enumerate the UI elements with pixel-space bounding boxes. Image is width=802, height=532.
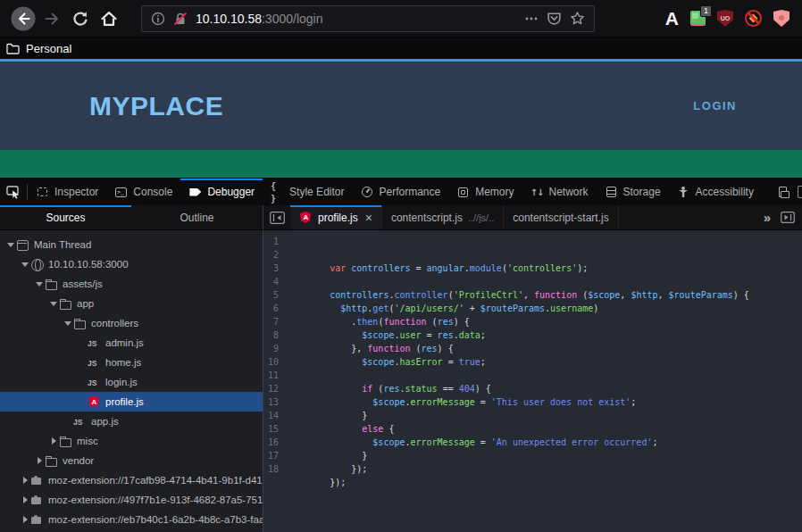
code-line: 10 if (res.status == 404) { xyxy=(263,355,802,369)
page-actions-icon[interactable] xyxy=(524,12,539,26)
clipped-toolbar-icon[interactable] xyxy=(798,186,802,198)
editor-tab[interactable]: contentscript.js ..//js/.. xyxy=(382,205,504,229)
line-number[interactable]: 17 xyxy=(263,449,287,462)
back-button[interactable] xyxy=(9,4,38,33)
code-token: 404 xyxy=(459,384,475,394)
line-number[interactable]: 8 xyxy=(263,328,287,342)
url-text[interactable]: 10.10.10.58:3000/login xyxy=(196,12,516,26)
container-tab-row[interactable]: Personal xyxy=(0,37,802,59)
debugger-main: Main Thread 10.10.10.58:3000 assets/js a… xyxy=(0,230,802,532)
code-token: 'This user does not exist' xyxy=(491,397,631,407)
code-token: ) { xyxy=(475,384,491,394)
forward-button[interactable] xyxy=(38,4,66,33)
line-number[interactable]: 5 xyxy=(263,288,287,302)
puzzle-icon xyxy=(30,513,44,527)
forward-icon xyxy=(42,9,62,29)
code-line: 3 controllers.controller('ProfileCtrl', … xyxy=(263,262,802,275)
twisty-icon[interactable] xyxy=(20,496,30,503)
devtools-tab[interactable]: Style Editor xyxy=(263,179,352,205)
pocket-icon[interactable] xyxy=(547,11,562,26)
line-number[interactable]: 10 xyxy=(263,355,287,369)
devtools-tab[interactable]: Accessibility xyxy=(669,179,762,205)
reload-button[interactable] xyxy=(66,4,95,33)
tree-row[interactable]: profile.js xyxy=(0,392,263,411)
twisty-icon[interactable] xyxy=(20,477,30,484)
twisty-icon[interactable] xyxy=(34,282,45,287)
expand-panes-icon[interactable] xyxy=(781,212,795,223)
tree-row[interactable]: login.js xyxy=(0,372,263,392)
devtools-tab[interactable]: Console xyxy=(106,179,180,205)
url-bar[interactable]: 10.10.10.58:3000/login xyxy=(141,5,595,32)
code-token: $scope xyxy=(372,437,405,447)
line-number[interactable]: 9 xyxy=(263,342,287,355)
twisty-icon[interactable] xyxy=(48,302,59,306)
bookmark-star-icon[interactable] xyxy=(570,11,585,26)
code-token: $http xyxy=(631,290,657,300)
devtools-tab-label: Storage xyxy=(623,186,661,198)
twisty-icon[interactable] xyxy=(5,243,16,247)
line-number[interactable]: 13 xyxy=(263,395,287,409)
tree-row[interactable]: moz-extension://eb7b40c1-6a2b-4b8c-a7b3-… xyxy=(0,510,263,529)
tree-row[interactable]: assets/js xyxy=(0,274,263,294)
tree-row[interactable]: misc xyxy=(0,431,263,451)
code-token: , xyxy=(620,290,631,300)
extension-green-icon[interactable]: 1 xyxy=(690,11,706,26)
collapse-sources-button[interactable] xyxy=(263,205,290,229)
tree-row[interactable]: app.js xyxy=(0,411,263,431)
twisty-icon[interactable] xyxy=(20,262,30,267)
site-brand[interactable]: MYPLACE xyxy=(89,91,223,121)
tree-row[interactable]: app xyxy=(0,294,263,313)
line-number[interactable]: 1 xyxy=(263,235,287,248)
no-edit-extension-icon[interactable] xyxy=(745,10,762,27)
tree-row[interactable]: moz-extension://497f7b1e-913f-4682-87a5-… xyxy=(0,490,263,510)
home-button[interactable] xyxy=(95,4,123,33)
tree-row[interactable]: moz-extension://17cafb98-4714-4b41-9b1f-… xyxy=(0,470,263,490)
line-number[interactable]: 2 xyxy=(263,248,287,262)
tree-row[interactable]: admin.js xyxy=(0,333,263,353)
twisty-icon[interactable] xyxy=(63,321,73,326)
line-number[interactable]: 12 xyxy=(263,382,287,395)
twisty-icon[interactable] xyxy=(20,516,30,523)
tab-outline[interactable]: Outline xyxy=(131,205,263,229)
line-number[interactable]: 7 xyxy=(263,315,287,328)
tree-row[interactable]: vendor xyxy=(0,451,263,470)
devtools-tab[interactable]: Inspector xyxy=(28,179,106,205)
ublock-origin-icon[interactable]: UO xyxy=(717,10,733,27)
tree-row[interactable]: Main Thread xyxy=(0,235,263,254)
editor-tab[interactable]: contentscript-start.js xyxy=(504,205,618,229)
close-tab-icon[interactable]: × xyxy=(365,212,372,224)
tree-row[interactable]: 10.10.10.58:3000 xyxy=(0,254,263,274)
more-tabs-icon[interactable]: » xyxy=(764,210,770,225)
line-number[interactable]: 15 xyxy=(263,422,287,436)
site-info-icon[interactable] xyxy=(151,12,165,26)
twisty-icon[interactable] xyxy=(34,457,45,464)
line-number[interactable]: 11 xyxy=(263,369,287,382)
line-number[interactable]: 4 xyxy=(263,275,287,288)
devtools-tab[interactable]: Performance xyxy=(352,179,448,205)
login-link[interactable]: LOGIN xyxy=(693,99,737,112)
line-number[interactable]: 6 xyxy=(263,302,287,315)
twisty-icon[interactable] xyxy=(48,437,59,445)
tree-row[interactable]: home.js xyxy=(0,353,263,372)
folder-icon xyxy=(59,435,72,448)
pick-element-button[interactable] xyxy=(0,179,27,205)
code-editor[interactable]: 1 var controllers = angular.module('cont… xyxy=(263,230,802,532)
line-number[interactable]: 3 xyxy=(263,262,287,275)
code-token: { xyxy=(383,424,394,434)
devtools-tab[interactable]: Memory xyxy=(448,179,522,205)
pink-shield-extension-icon[interactable] xyxy=(773,10,789,27)
tree-row[interactable]: controllers xyxy=(0,313,263,333)
insecure-lock-icon[interactable] xyxy=(173,12,188,26)
devtools-tab[interactable]: Storage xyxy=(597,179,669,205)
code-line-content xyxy=(287,342,340,355)
devtools-tab[interactable]: Debugger xyxy=(180,179,263,205)
line-number[interactable]: 18 xyxy=(263,462,287,476)
extension-a-icon[interactable]: A xyxy=(665,9,679,28)
line-number[interactable]: 16 xyxy=(263,436,287,449)
tab-sources[interactable]: Sources xyxy=(0,205,131,229)
devtools-tab-label: Network xyxy=(549,186,589,198)
editor-tab[interactable]: profile.js × xyxy=(290,205,382,229)
devtools-tab[interactable]: Network xyxy=(522,179,597,205)
tree-label: home.js xyxy=(105,357,141,368)
line-number[interactable]: 14 xyxy=(263,409,287,422)
